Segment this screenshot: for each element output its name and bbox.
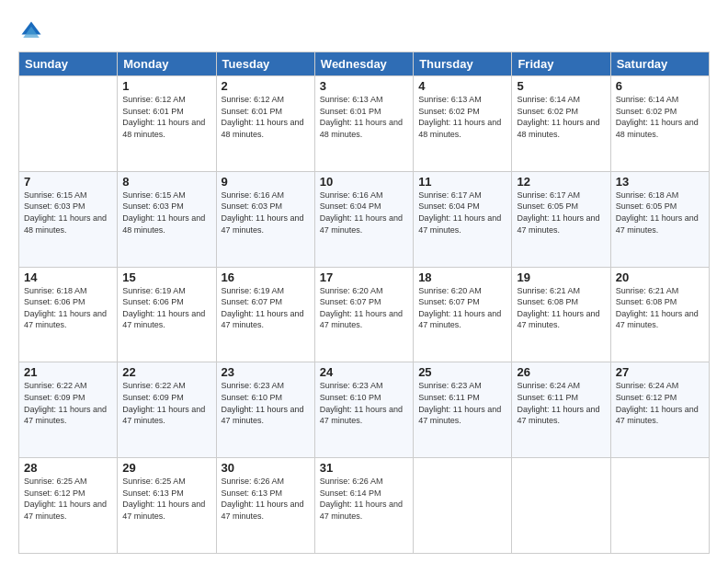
day-number: 22: [122, 365, 210, 379]
day-number: 19: [517, 270, 605, 284]
day-info: Sunrise: 6:25 AMSunset: 6:13 PMDaylight:…: [122, 476, 210, 522]
calendar-weekday: Thursday: [414, 52, 512, 76]
day-number: 2: [222, 79, 310, 93]
calendar-header-row: SundayMondayTuesdayWednesdayThursdayFrid…: [19, 52, 710, 76]
day-number: 5: [517, 79, 605, 93]
calendar-day-cell: 26Sunrise: 6:24 AMSunset: 6:11 PMDayligh…: [512, 362, 610, 458]
day-number: 28: [24, 461, 112, 475]
day-info: Sunrise: 6:16 AMSunset: 6:03 PMDaylight:…: [222, 190, 310, 236]
day-number: 24: [320, 365, 408, 379]
day-number: 23: [222, 365, 310, 379]
calendar-day-cell: 9Sunrise: 6:16 AMSunset: 6:03 PMDaylight…: [216, 171, 314, 267]
day-info: Sunrise: 6:17 AMSunset: 6:05 PMDaylight:…: [517, 190, 605, 236]
day-number: 1: [122, 79, 210, 93]
day-number: 30: [222, 461, 310, 475]
calendar-day-cell: [610, 458, 709, 554]
calendar-week-row: 21Sunrise: 6:22 AMSunset: 6:09 PMDayligh…: [19, 362, 710, 458]
calendar-day-cell: 17Sunrise: 6:20 AMSunset: 6:07 PMDayligh…: [314, 267, 413, 362]
day-info: Sunrise: 6:14 AMSunset: 6:02 PMDaylight:…: [616, 94, 704, 140]
day-number: 26: [517, 365, 605, 379]
calendar-day-cell: 1Sunrise: 6:12 AMSunset: 6:01 PMDaylight…: [118, 76, 216, 172]
calendar-day-cell: 23Sunrise: 6:23 AMSunset: 6:10 PMDayligh…: [216, 362, 314, 458]
day-info: Sunrise: 6:22 AMSunset: 6:09 PMDaylight:…: [24, 380, 112, 426]
day-info: Sunrise: 6:21 AMSunset: 6:08 PMDaylight:…: [616, 285, 704, 331]
day-info: Sunrise: 6:24 AMSunset: 6:12 PMDaylight:…: [616, 380, 704, 426]
day-number: 13: [616, 175, 704, 189]
header: [18, 17, 710, 44]
day-info: Sunrise: 6:15 AMSunset: 6:03 PMDaylight:…: [24, 190, 112, 236]
calendar-day-cell: 14Sunrise: 6:18 AMSunset: 6:06 PMDayligh…: [19, 267, 118, 362]
day-info: Sunrise: 6:13 AMSunset: 6:02 PMDaylight:…: [418, 94, 506, 140]
day-number: 14: [24, 270, 112, 284]
calendar-day-cell: 11Sunrise: 6:17 AMSunset: 6:04 PMDayligh…: [414, 171, 512, 267]
day-info: Sunrise: 6:23 AMSunset: 6:10 PMDaylight:…: [222, 380, 310, 426]
calendar-day-cell: 4Sunrise: 6:13 AMSunset: 6:02 PMDaylight…: [414, 76, 512, 172]
day-number: 4: [418, 79, 506, 93]
calendar-day-cell: 18Sunrise: 6:20 AMSunset: 6:07 PMDayligh…: [414, 267, 512, 362]
logo-icon: [18, 18, 44, 44]
page: SundayMondayTuesdayWednesdayThursdayFrid…: [0, 0, 728, 563]
calendar-week-row: 14Sunrise: 6:18 AMSunset: 6:06 PMDayligh…: [19, 267, 710, 362]
day-info: Sunrise: 6:24 AMSunset: 6:11 PMDaylight:…: [517, 380, 605, 426]
calendar-day-cell: 19Sunrise: 6:21 AMSunset: 6:08 PMDayligh…: [512, 267, 610, 362]
day-number: 11: [418, 175, 506, 189]
calendar-day-cell: 24Sunrise: 6:23 AMSunset: 6:10 PMDayligh…: [314, 362, 413, 458]
calendar-day-cell: 16Sunrise: 6:19 AMSunset: 6:07 PMDayligh…: [216, 267, 314, 362]
day-info: Sunrise: 6:12 AMSunset: 6:01 PMDaylight:…: [122, 94, 210, 140]
day-info: Sunrise: 6:26 AMSunset: 6:14 PMDaylight:…: [320, 476, 408, 522]
calendar-day-cell: 2Sunrise: 6:12 AMSunset: 6:01 PMDaylight…: [216, 76, 314, 172]
calendar-day-cell: 15Sunrise: 6:19 AMSunset: 6:06 PMDayligh…: [118, 267, 216, 362]
day-number: 9: [222, 175, 310, 189]
calendar-day-cell: 13Sunrise: 6:18 AMSunset: 6:05 PMDayligh…: [610, 171, 709, 267]
calendar-day-cell: 29Sunrise: 6:25 AMSunset: 6:13 PMDayligh…: [118, 458, 216, 554]
day-number: 8: [122, 175, 210, 189]
calendar-day-cell: [512, 458, 610, 554]
day-info: Sunrise: 6:25 AMSunset: 6:12 PMDaylight:…: [24, 476, 112, 522]
day-number: 7: [24, 175, 112, 189]
day-number: 21: [24, 365, 112, 379]
calendar-week-row: 7Sunrise: 6:15 AMSunset: 6:03 PMDaylight…: [19, 171, 710, 267]
day-info: Sunrise: 6:15 AMSunset: 6:03 PMDaylight:…: [122, 190, 210, 236]
calendar-week-row: 28Sunrise: 6:25 AMSunset: 6:12 PMDayligh…: [19, 458, 710, 554]
day-info: Sunrise: 6:14 AMSunset: 6:02 PMDaylight:…: [517, 94, 605, 140]
day-info: Sunrise: 6:12 AMSunset: 6:01 PMDaylight:…: [222, 94, 310, 140]
calendar-weekday: Wednesday: [314, 52, 413, 76]
day-number: 16: [222, 270, 310, 284]
day-info: Sunrise: 6:18 AMSunset: 6:05 PMDaylight:…: [616, 190, 704, 236]
calendar-day-cell: 22Sunrise: 6:22 AMSunset: 6:09 PMDayligh…: [118, 362, 216, 458]
day-number: 15: [122, 270, 210, 284]
day-info: Sunrise: 6:17 AMSunset: 6:04 PMDaylight:…: [418, 190, 506, 236]
calendar-day-cell: 7Sunrise: 6:15 AMSunset: 6:03 PMDaylight…: [19, 171, 118, 267]
day-info: Sunrise: 6:26 AMSunset: 6:13 PMDaylight:…: [222, 476, 310, 522]
day-number: 27: [616, 365, 704, 379]
calendar-day-cell: 30Sunrise: 6:26 AMSunset: 6:13 PMDayligh…: [216, 458, 314, 554]
day-number: 17: [320, 270, 408, 284]
day-info: Sunrise: 6:13 AMSunset: 6:01 PMDaylight:…: [320, 94, 408, 140]
calendar-day-cell: 6Sunrise: 6:14 AMSunset: 6:02 PMDaylight…: [610, 76, 709, 172]
calendar-weekday: Tuesday: [216, 52, 314, 76]
day-number: 29: [122, 461, 210, 475]
calendar-day-cell: 5Sunrise: 6:14 AMSunset: 6:02 PMDaylight…: [512, 76, 610, 172]
logo: [18, 17, 48, 44]
calendar-day-cell: 3Sunrise: 6:13 AMSunset: 6:01 PMDaylight…: [314, 76, 413, 172]
calendar-day-cell: [414, 458, 512, 554]
day-number: 25: [418, 365, 506, 379]
calendar-table: SundayMondayTuesdayWednesdayThursdayFrid…: [18, 52, 710, 554]
calendar-day-cell: 20Sunrise: 6:21 AMSunset: 6:08 PMDayligh…: [610, 267, 709, 362]
calendar-day-cell: 12Sunrise: 6:17 AMSunset: 6:05 PMDayligh…: [512, 171, 610, 267]
day-info: Sunrise: 6:19 AMSunset: 6:06 PMDaylight:…: [122, 285, 210, 331]
calendar-day-cell: 8Sunrise: 6:15 AMSunset: 6:03 PMDaylight…: [118, 171, 216, 267]
day-number: 6: [616, 79, 704, 93]
day-info: Sunrise: 6:22 AMSunset: 6:09 PMDaylight:…: [122, 380, 210, 426]
day-info: Sunrise: 6:16 AMSunset: 6:04 PMDaylight:…: [320, 190, 408, 236]
day-info: Sunrise: 6:18 AMSunset: 6:06 PMDaylight:…: [24, 285, 112, 331]
calendar-weekday: Sunday: [19, 52, 118, 76]
day-info: Sunrise: 6:20 AMSunset: 6:07 PMDaylight:…: [418, 285, 506, 331]
calendar-day-cell: 27Sunrise: 6:24 AMSunset: 6:12 PMDayligh…: [610, 362, 709, 458]
calendar-weekday: Monday: [118, 52, 216, 76]
calendar-day-cell: 28Sunrise: 6:25 AMSunset: 6:12 PMDayligh…: [19, 458, 118, 554]
day-info: Sunrise: 6:20 AMSunset: 6:07 PMDaylight:…: [320, 285, 408, 331]
day-info: Sunrise: 6:19 AMSunset: 6:07 PMDaylight:…: [222, 285, 310, 331]
calendar-day-cell: 10Sunrise: 6:16 AMSunset: 6:04 PMDayligh…: [314, 171, 413, 267]
calendar-day-cell: 21Sunrise: 6:22 AMSunset: 6:09 PMDayligh…: [19, 362, 118, 458]
